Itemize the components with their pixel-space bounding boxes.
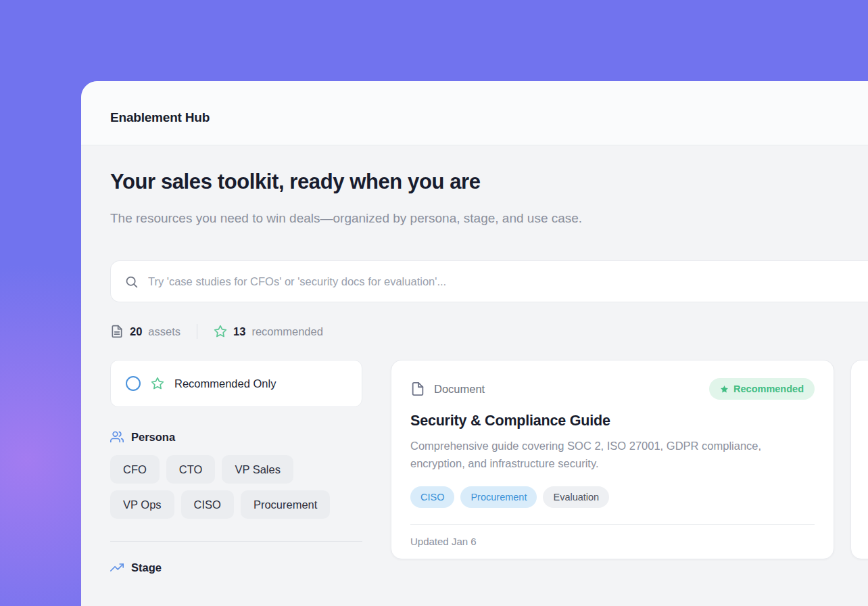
asset-updated-date: Updated Jan 6	[410, 536, 815, 547]
asset-description: Comprehensive guide covering SOC 2, ISO …	[410, 437, 815, 472]
search-bar	[110, 260, 868, 302]
app-title: Enablement Hub	[110, 110, 210, 125]
stage-heading: Stage	[131, 561, 162, 574]
filters-sidebar: Recommended Only Persona CFO CTO VP Sale…	[110, 360, 362, 574]
star-icon	[720, 385, 729, 394]
sidebar-divider	[110, 541, 362, 542]
trending-up-icon	[110, 561, 124, 574]
stats-row: 20 assets 13 recommended	[110, 324, 868, 339]
assets-label: assets	[148, 325, 180, 338]
content-columns: Recommended Only Persona CFO CTO VP Sale…	[110, 360, 868, 574]
assets-count: 20	[130, 325, 142, 338]
asset-card-top-row: Document Recommended	[410, 378, 815, 400]
tag-ciso[interactable]: CISO	[410, 486, 454, 508]
radio-circle	[126, 376, 141, 391]
star-icon	[214, 325, 227, 338]
asset-type-label: Document	[434, 383, 485, 396]
page-subtitle: The resources you need to win deals—orga…	[110, 206, 587, 231]
page-content: Your sales toolkit, ready when you are T…	[81, 170, 868, 574]
search-input[interactable]	[148, 275, 855, 288]
search-icon	[124, 275, 139, 289]
persona-chip-vp-sales[interactable]: VP Sales	[222, 455, 293, 484]
app-header: Enablement Hub	[81, 81, 868, 145]
recommended-label: recommended	[251, 325, 322, 338]
asset-type: Document	[410, 381, 485, 396]
asset-card-security-compliance-guide[interactable]: Document Recommended Security & Complian…	[391, 360, 834, 559]
assets-stat: 20 assets	[110, 325, 180, 338]
persona-chips: CFO CTO VP Sales VP Ops CISO Procurement	[110, 455, 362, 519]
asset-tags: CISO Procurement Evaluation	[410, 486, 815, 508]
recommended-only-label: Recommended Only	[174, 377, 276, 390]
persona-chip-ciso[interactable]: CISO	[181, 490, 234, 519]
persona-heading: Persona	[131, 431, 175, 444]
file-icon	[410, 381, 425, 396]
stage-section-header: Stage	[110, 561, 362, 574]
asset-cards-row: Document Recommended Security & Complian…	[391, 360, 868, 559]
stats-divider	[197, 324, 197, 339]
recommended-count: 13	[233, 325, 245, 338]
recommended-only-toggle[interactable]: Recommended Only	[110, 360, 362, 407]
persona-chip-cfo[interactable]: CFO	[110, 455, 160, 484]
recommended-badge-label: Recommended	[733, 383, 804, 394]
recommended-badge: Recommended	[709, 378, 815, 400]
document-icon	[110, 325, 124, 338]
persona-section-header: Persona	[110, 430, 362, 444]
tag-evaluation[interactable]: Evaluation	[543, 486, 609, 508]
tag-procurement[interactable]: Procurement	[460, 486, 537, 508]
persona-chip-vp-ops[interactable]: VP Ops	[110, 490, 174, 519]
recommended-stat: 13 recommended	[214, 325, 323, 338]
page-title: Your sales toolkit, ready when you are	[110, 170, 868, 194]
persona-chip-procurement[interactable]: Procurement	[241, 490, 330, 519]
persona-chip-cto[interactable]: CTO	[166, 455, 216, 484]
star-icon	[151, 377, 164, 390]
asset-title: Security & Compliance Guide	[410, 413, 815, 429]
asset-card-divider	[410, 524, 815, 525]
main-panel: Enablement Hub Your sales toolkit, ready…	[81, 81, 868, 606]
partial-asset-card[interactable]	[850, 360, 868, 559]
users-icon	[110, 430, 124, 444]
